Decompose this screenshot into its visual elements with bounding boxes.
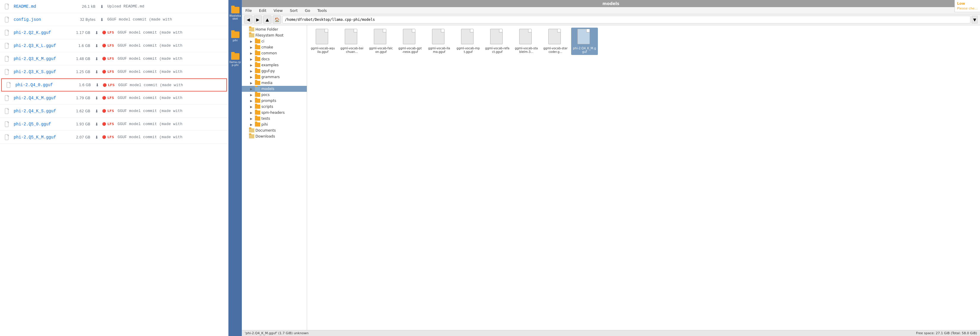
tree-item-gguf-py[interactable]: ▶gguf-py [242,68,307,74]
file-row[interactable]: phi-2.Q4_K_M.gguf1.79 GB⬇🔴 LFSGGUF model… [0,91,228,105]
tree-item-cmake[interactable]: ▶cmake [242,44,307,50]
file-grid-icon [519,29,533,46]
file-grid-item[interactable]: ggml-vocab-gpt-neox.gguf [397,28,423,55]
toolbar-up-btn[interactable]: ▲ [263,16,272,24]
bookmark-item[interactable]: pihi [229,26,241,47]
file-grid-item[interactable]: ggml-vocab-falcon.gguf [368,28,394,55]
tree-item-pihi[interactable]: ▶pihi [242,122,307,128]
tree-item-label: ci [261,39,264,43]
file-grid-item[interactable]: ggml-vocab-llama.gguf [426,28,452,55]
toolbar-home-btn[interactable]: 🏠 [273,16,281,24]
tree-item-prompts[interactable]: ▶prompts [242,98,307,104]
file-type-icon [5,17,11,22]
tree-item-filesystem-root[interactable]: Filesystem Root [242,32,307,38]
address-bar[interactable] [282,16,970,24]
address-dropdown[interactable]: ▼ [972,16,978,24]
tree-item-media[interactable]: ▶media [242,80,307,86]
file-grid-item[interactable]: ggml-vocab-mpt.gguf [455,28,482,55]
file-name[interactable]: phi-2.Q2_K.gguf [14,30,67,35]
menu-item-sort[interactable]: Sort [289,8,299,13]
file-name[interactable]: phi-2.Q4_K_S.gguf [14,109,67,114]
file-name[interactable]: phi-2.Q4_K_M.gguf [14,96,67,101]
file-grid-label: ggml-vocab-mpt.gguf [456,46,480,54]
toolbar-back-btn[interactable]: ◀ [244,16,253,24]
menu-item-tools[interactable]: Tools [316,8,328,13]
file-name[interactable]: phi-2.Q5_K_M.gguf [14,135,67,140]
file-name[interactable]: README.md [14,4,72,9]
file-grid-item[interactable]: ggml-vocab-baichuan... [339,28,365,55]
download-icon[interactable]: ⬇ [95,43,99,48]
file-grid-icon [345,29,359,46]
menu-item-view[interactable]: View [272,8,284,13]
file-grid-item[interactable]: ggml-vocab-refact.gguf [484,28,511,55]
bookmark-item[interactable]: Wastebasket [229,3,241,24]
file-name[interactable]: phi-2.Q3_K_L.gguf [14,43,67,48]
download-icon[interactable]: ⬇ [95,109,99,114]
tree-item-documents[interactable]: Documents [242,128,307,133]
tree-item-label: grammars [261,75,280,79]
tree-folder-icon [255,51,260,55]
file-size: 1.79 GB [67,96,90,100]
tree-item-tests[interactable]: ▶tests [242,115,307,122]
file-row[interactable]: phi-2.Q5_0.gguf1.93 GB⬇🔴 LFSGGUF model c… [0,118,228,131]
file-name[interactable]: phi-2.Q3_K_M.gguf [14,56,67,61]
file-grid-item[interactable]: ggml-vocab-starcoder.g... [542,28,569,55]
download-icon[interactable]: ⬇ [95,135,99,140]
menu-item-file[interactable]: File [244,8,253,13]
download-icon[interactable]: ⬇ [95,96,99,101]
tree-item-label: cmake [261,45,273,49]
download-icon[interactable]: ⬇ [100,4,104,9]
tree-item-docs[interactable]: ▶docs [242,56,307,62]
tree-item-pocs[interactable]: ▶pocs [242,92,307,98]
tree-arrow-icon: ▶ [250,64,254,67]
tree-item-grammars[interactable]: ▶grammars [242,74,307,80]
file-type-icon [5,69,11,75]
commit-message: Upload README.md [107,4,223,9]
file-row[interactable]: phi-2.Q5_K_M.gguf2.07 GB⬇🔴 LFSGGUF model… [0,131,228,144]
file-grid-item[interactable]: ggml-vocab-stablelm-3... [513,28,540,55]
file-grid-item[interactable]: phi-2.Q4_K_M.gguf [571,28,598,55]
file-row[interactable]: phi-2.Q3_K_M.gguf1.48 GB⬇🔴 LFSGGUF model… [0,52,228,66]
tree-folder-icon [249,27,254,32]
toolbar-forward-btn[interactable]: ▶ [254,16,262,24]
menu-item-edit[interactable]: Edit [258,8,267,13]
download-icon[interactable]: ⬇ [95,122,99,126]
tree-item-models[interactable]: ▶models [242,86,307,92]
file-row[interactable]: phi-2.Q4_0.gguf1.6 GB⬇🔴 LFSGGUF model co… [1,78,227,91]
file-name[interactable]: phi-2.Q5_0.gguf [14,122,67,126]
file-row[interactable]: phi-2.Q3_K_L.gguf1.6 GB⬇🔴 LFSGGUF model … [0,39,228,52]
tree-item-examples[interactable]: ▶examples [242,62,307,68]
file-name[interactable]: config.json [14,17,72,22]
tree-item-label: spm-headers [261,110,285,115]
tree-item-home-folder[interactable]: Home Folder [242,26,307,32]
file-name[interactable]: phi-2.Q4_0.gguf [16,83,67,87]
tree-item-spm-headers[interactable]: ▶spm-headers [242,110,307,115]
file-type-icon [5,30,11,36]
file-row[interactable]: config.json32 Bytes⬇GGUF model commit (m… [0,13,228,26]
commit-message: GGUF model commit (made with [118,83,222,87]
file-grid-item[interactable]: ggml-vocab-aquila.gguf [309,28,336,55]
bookmark-item[interactable]: llama.cpp-phi [229,49,241,70]
tree-item-scripts[interactable]: ▶scripts [242,104,307,110]
tree-item-ci[interactable]: ▶ci [242,38,307,44]
tree-arrow-icon: ▶ [250,93,254,96]
tree-item-common[interactable]: ▶common [242,50,307,56]
file-row[interactable]: README.md26.1 kB⬇Upload README.md [0,0,228,13]
download-icon[interactable]: ⬇ [95,69,99,74]
download-icon[interactable]: ⬇ [100,17,104,22]
download-icon[interactable]: ⬇ [95,83,99,87]
file-row[interactable]: phi-2.Q3_K_S.gguf1.25 GB⬇🔴 LFSGGUF model… [0,66,228,78]
bookmark-folder-icon [231,32,239,38]
tree-folder-icon [255,105,260,109]
tree-item-downloads[interactable]: Downloads [242,133,307,139]
github-file-list: README.md26.1 kB⬇Upload README.mdconfig.… [0,0,229,336]
file-name[interactable]: phi-2.Q3_K_S.gguf [14,69,67,74]
download-icon[interactable]: ⬇ [95,30,99,35]
file-row[interactable]: phi-2.Q4_K_S.gguf1.62 GB⬇🔴 LFSGGUF model… [0,105,228,118]
file-size: 1.62 GB [67,109,90,113]
download-icon[interactable]: ⬇ [95,56,99,61]
file-row[interactable]: phi-2.Q2_K.gguf1.17 GB⬇🔴 LFSGGUF model c… [0,26,228,39]
tree-folder-icon [255,122,260,126]
menu-item-go[interactable]: Go [304,8,311,13]
tree-item-label: prompts [261,99,276,103]
